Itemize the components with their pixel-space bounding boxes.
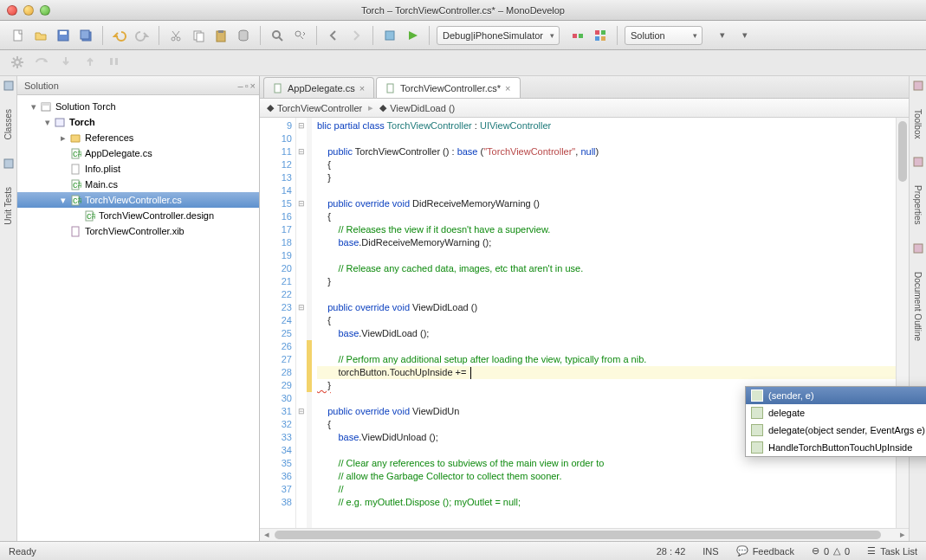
- tree-item-appdelegate-cs[interactable]: c#AppDelegate.cs: [17, 145, 259, 161]
- vertical-scrollbar[interactable]: [896, 118, 909, 528]
- configuration-combo[interactable]: Debug|iPhoneSimulator: [437, 26, 560, 45]
- tree-item-torchviewcontroller-cs[interactable]: ▾c#TorchViewController.cs: [17, 192, 259, 208]
- code-editor[interactable]: 9101112131415161718192021222324252627282…: [260, 118, 909, 528]
- breadcrumb[interactable]: ◆ TorchViewController ▸ ◆ ViewDidLoad (): [260, 99, 909, 118]
- pad-options-icon[interactable]: ▫: [245, 80, 249, 91]
- window-close-button[interactable]: [7, 5, 17, 16]
- fold-toggle[interactable]: ⊟: [296, 301, 307, 314]
- replace-icon[interactable]: [290, 26, 309, 45]
- open-icon[interactable]: [31, 26, 50, 45]
- copy-icon[interactable]: [189, 26, 208, 45]
- window-minimize-button[interactable]: [23, 5, 34, 16]
- tree-label: AppDelegate.cs: [85, 148, 152, 158]
- fold-toggle[interactable]: ⊟: [296, 197, 307, 210]
- fold-toggle: [296, 314, 307, 327]
- continue-icon[interactable]: [107, 55, 123, 71]
- fold-toggle: [296, 262, 307, 275]
- dropdown-icon[interactable]: ▾: [735, 26, 754, 45]
- tree-item-references[interactable]: ▸References: [17, 130, 259, 145]
- cs-icon: c#: [69, 178, 81, 190]
- disclosure-icon[interactable]: ▾: [29, 101, 38, 113]
- file-tab-appdelegate-cs[interactable]: AppDelegate.cs×: [263, 77, 374, 98]
- build-solution-icon[interactable]: [591, 26, 610, 45]
- autocomplete-label: delegate: [768, 408, 805, 418]
- rail-tab-unit-tests[interactable]: Unit Tests: [2, 182, 15, 230]
- svg-rect-16: [579, 34, 583, 38]
- fold-column[interactable]: ⊟⊟⊟⊟⊟: [296, 118, 307, 528]
- svg-rect-18: [601, 30, 605, 35]
- gear-icon[interactable]: [10, 55, 26, 71]
- step-over-icon[interactable]: [35, 55, 50, 71]
- fold-toggle[interactable]: ⊟: [296, 145, 307, 158]
- solution-tree[interactable]: ▾Solution Torch▾Torch▸Referencesc#AppDel…: [17, 95, 259, 541]
- fold-toggle: [296, 158, 307, 171]
- breadcrumb-method[interactable]: ViewDidLoad (): [390, 103, 455, 113]
- nav-forward-icon[interactable]: [346, 26, 366, 45]
- build-icon[interactable]: [380, 26, 399, 45]
- nav-back-icon[interactable]: [324, 26, 343, 45]
- fold-toggle: [296, 340, 307, 353]
- task-list-button[interactable]: ☰ Task List: [867, 545, 917, 557]
- autocomplete-item[interactable]: (sender, e): [746, 387, 926, 404]
- svg-rect-43: [914, 244, 923, 253]
- save-icon[interactable]: [54, 26, 73, 45]
- tree-item-solution-torch[interactable]: ▾Solution Torch: [17, 99, 259, 114]
- pad-minimize-icon[interactable]: –: [238, 80, 243, 91]
- tree-item-info-plist[interactable]: Info.plist: [17, 161, 259, 177]
- disclosure-icon[interactable]: ▾: [59, 195, 68, 206]
- redo-icon[interactable]: [133, 26, 152, 45]
- horizontal-scrollbar[interactable]: ◂ ▸: [260, 528, 909, 541]
- breadcrumb-class[interactable]: TorchViewController: [277, 103, 362, 113]
- cut-icon[interactable]: [166, 26, 185, 45]
- rail-tab-properties[interactable]: Properties: [911, 180, 924, 230]
- scroll-right-icon[interactable]: ▸: [896, 529, 909, 541]
- scroll-thumb[interactable]: [898, 121, 907, 182]
- run-icon[interactable]: [403, 26, 422, 45]
- autocomplete-item[interactable]: delegate: [746, 404, 926, 422]
- disclosure-icon[interactable]: ▾: [43, 117, 52, 128]
- undo-icon[interactable]: [110, 26, 129, 45]
- scroll-left-icon[interactable]: ◂: [260, 529, 273, 541]
- scroll-thumb[interactable]: [275, 531, 881, 539]
- tab-close-icon[interactable]: ×: [359, 83, 365, 93]
- rail-tab-document-outline[interactable]: Document Outline: [911, 267, 924, 346]
- fold-toggle: [296, 223, 307, 236]
- svg-text:c#: c#: [73, 148, 81, 158]
- tree-item-torchviewcontroller-design[interactable]: c#TorchViewController.design: [17, 208, 259, 223]
- tab-close-icon[interactable]: ×: [505, 83, 510, 93]
- autocomplete-popup[interactable]: (sender, e)delegatedelegate(object sende…: [745, 386, 926, 457]
- fold-toggle[interactable]: ⊟: [296, 405, 307, 418]
- tree-item-torch[interactable]: ▾Torch: [17, 114, 259, 130]
- step-into-icon[interactable]: [59, 55, 74, 71]
- autocomplete-item[interactable]: delegate(object sender, EventArgs e): [746, 422, 926, 439]
- tree-item-main-cs[interactable]: c#Main.cs: [17, 177, 259, 192]
- code-text[interactable]: blic partial class TorchViewController :…: [312, 118, 896, 528]
- svg-text:c#: c#: [73, 179, 81, 190]
- rail-tab-toolbox[interactable]: Toolbox: [911, 104, 924, 144]
- error-warning-counts[interactable]: ⊖0 △0: [812, 545, 850, 557]
- save-all-icon[interactable]: [76, 26, 95, 45]
- new-file-icon[interactable]: [9, 26, 28, 45]
- build-project-icon[interactable]: [568, 26, 587, 45]
- dropdown-icon[interactable]: ▾: [713, 26, 732, 45]
- tab-label: AppDelegate.cs: [288, 83, 355, 93]
- fold-toggle: [296, 236, 307, 249]
- window-zoom-button[interactable]: [40, 5, 50, 16]
- fold-toggle[interactable]: ⊟: [296, 119, 307, 132]
- search-icon[interactable]: [268, 26, 287, 45]
- autocomplete-item[interactable]: HandleTorchButtonTouchUpInside: [746, 439, 926, 456]
- pad-close-icon[interactable]: ×: [250, 80, 256, 91]
- database-icon[interactable]: [234, 26, 253, 45]
- disclosure-icon[interactable]: ▸: [59, 132, 68, 144]
- svg-rect-4: [81, 30, 89, 39]
- svg-point-13: [295, 31, 301, 36]
- file-tab-torchviewcontroller-cs-[interactable]: TorchViewController.cs*×: [376, 77, 520, 98]
- solution-combo[interactable]: Solution: [625, 26, 703, 45]
- rail-tab-classes[interactable]: Classes: [2, 104, 15, 145]
- feedback-button[interactable]: 💬 Feedback: [736, 545, 794, 557]
- fold-toggle: [296, 470, 307, 483]
- paste-icon[interactable]: [211, 26, 230, 45]
- left-rail: ClassesUnit Tests: [0, 76, 17, 541]
- tree-item-torchviewcontroller-xib[interactable]: TorchViewController.xib: [17, 223, 259, 239]
- step-out-icon[interactable]: [83, 55, 99, 71]
